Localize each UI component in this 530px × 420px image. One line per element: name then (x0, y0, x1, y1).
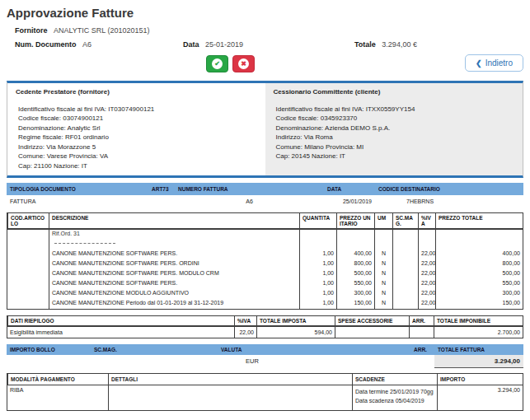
x-circle-icon: ✖ (238, 58, 249, 69)
item-cod-articolo (7, 269, 49, 279)
item-quantita: 1,00 (299, 299, 336, 309)
doc-total-group: Totale 3.294,00 € (354, 40, 417, 49)
item-prezzo-totale: 150,00 (435, 299, 523, 309)
line-item-row: CANONE MANUTENZIONE Periodo dal 01-01-20… (7, 299, 523, 309)
riepilogo-header-cell: %IVA (234, 316, 256, 327)
empty-cell (392, 230, 418, 240)
seller-panel-title: Cedente Prestatore (fornitore) (16, 87, 257, 97)
document-info-header: TIPOLOGIA DOCUMENTOART73NUMERO FATTURADA… (7, 183, 523, 195)
riepilogo-header-cell: TOTALE IMPONIBILE (434, 316, 523, 327)
line-items-table: COD.ARTICOLODESCRIZIONEQUANTITAPREZZO UN… (7, 212, 523, 310)
item-prezzo-unitario: 500,00 (336, 269, 374, 279)
bollo-importo (7, 355, 91, 368)
line-items-header-cell: UM (374, 213, 392, 230)
doc-number-group: Num. Documento A6 (15, 40, 91, 49)
item-scmag (392, 259, 418, 269)
scadenza-data: Data scadenza 05/04/2019 (355, 396, 434, 405)
doc-numero-value: A6 (175, 195, 324, 208)
doc-date-group: Data 25-01-2019 (183, 40, 243, 49)
document-info-row: FATTURA A6 25/01/2019 7HEBRNS (7, 195, 523, 208)
pagamento-header-cell: SCADENZE (352, 374, 437, 385)
totale-fattura-value: 3.294,00 (434, 355, 523, 368)
item-quantita: 1,00 (299, 279, 336, 289)
pagamento-importo: 3.294,00 (437, 385, 523, 410)
empty-cell (299, 230, 336, 240)
empty-cell (418, 240, 435, 250)
empty-cell (374, 230, 392, 240)
action-row: ✔ ✖ ❮Indietro (7, 54, 523, 75)
item-scmag (392, 299, 418, 309)
item-descrizione: CANONE MANUTENZIONE SOFTWARE PERS. (49, 279, 299, 289)
item-descrizione: CANONE MANUTENZIONE MODULO AGGIUNTIVO (49, 289, 299, 299)
item-prezzo-unitario: 400,00 (336, 250, 374, 259)
doc-date-label: Data (183, 40, 199, 49)
seller-detail-line: Indirizzo: Via Morazzone 5 (16, 142, 257, 152)
bollo-table: IMPORTO BOLLOSC.MAG.VALUTAARR.TOTALE FAT… (7, 344, 523, 368)
document-info-table: TIPOLOGIA DOCUMENTOART73NUMERO FATTURADA… (7, 183, 523, 208)
item-quantita: 1,00 (299, 289, 336, 299)
bollo-header-cell: TOTALE FATTURA (434, 344, 523, 355)
item-um: N (374, 279, 392, 289)
item-prezzo-totale: 550,00 (435, 279, 523, 289)
pagamento-row: RIBA Data termine 25/01/2019 70gg Data s… (7, 385, 523, 410)
empty-cell (299, 240, 336, 250)
buyer-detail-line: Indirizzo: Via Roma (274, 133, 515, 142)
item-iva: 22,00 (418, 259, 435, 269)
buyer-lines: Identificativo fiscale ai fini IVA: ITXX… (274, 105, 515, 161)
back-button-top[interactable]: ❮Indietro (465, 54, 523, 72)
document-info-header-cell: DATA (324, 183, 375, 195)
item-cod-articolo (7, 259, 49, 269)
seller-detail-line: Cap: 21100 Nazione: IT (16, 161, 257, 171)
pagamento-table: MODALITÀ PAGAMENTODETTAGLISCADENZEIMPORT… (7, 373, 523, 411)
item-um: N (374, 259, 392, 269)
item-iva: 22,00 (418, 299, 435, 309)
bollo-row: EUR 3.294,00 (7, 355, 523, 368)
buyer-detail-line: Denominazione: Azienda DEMO S.p.A. (274, 124, 515, 133)
riepilogo-header: DATI RIEPILOGO%IVATOTALE IMPOSTASPESE AC… (7, 316, 523, 327)
line-item-row: CANONE MANUTENZIONE SOFTWARE PERS. ORDIN… (7, 259, 523, 269)
riepilogo-header-cell: TOTALE IMPOSTA (256, 316, 335, 327)
pagamento-dettagli (108, 385, 352, 410)
approve-button[interactable]: ✔ (206, 55, 228, 72)
riepilogo-header-cell: SPESE ACCESSORIE (335, 316, 409, 327)
document-info-header-cell: ART73 (148, 183, 175, 195)
supplier-row: Fornitore ANALYTIC SRL (201020151) (7, 26, 523, 38)
empty-cell (435, 230, 523, 240)
back-button-label: Indietro (485, 58, 513, 68)
bollo-header: IMPORTO BOLLOSC.MAG.VALUTAARR.TOTALE FAT… (7, 344, 523, 355)
bollo-header-cell: SC.MAG. (91, 344, 218, 355)
item-iva: 22,00 (418, 279, 435, 289)
order-ref-note: Rif.Ord. 31 (49, 230, 299, 240)
seller-detail-line: Codice fiscale: 03074900121 (16, 114, 257, 124)
riepilogo-header-cell: ARR. (409, 316, 434, 327)
item-descrizione: CANONE MANUTENZIONE SOFTWARE PERS. ORDIN… (49, 259, 299, 269)
riepilogo-table: DATI RIEPILOGO%IVATOTALE IMPOSTASPESE AC… (7, 315, 523, 338)
doc-art73-value (148, 195, 175, 208)
document-info-header-cell: CODICE DESTINATARIO (375, 183, 523, 195)
buyer-panel: Cessionario Committente (cliente) Identi… (265, 83, 523, 175)
empty-cell (392, 240, 418, 250)
pagamento-header-cell: MODALITÀ PAGAMENTO (7, 374, 108, 385)
line-items-header-cell: PREZZO UNITARIO (336, 213, 374, 230)
item-scmag (392, 269, 418, 279)
doc-number-label: Num. Documento (15, 40, 77, 49)
item-iva: 22,00 (418, 269, 435, 279)
buyer-detail-line: Cap: 20145 Nazione: IT (274, 152, 515, 161)
doc-tipologia-value: FATTURA (7, 195, 148, 208)
scadenza-termine: Data termine 25/01/2019 70gg (355, 387, 434, 396)
line-item-row: CANONE MANUTENZIONE SOFTWARE PERS. MODUL… (7, 269, 523, 279)
item-prezzo-unitario: 550,00 (336, 279, 374, 289)
bollo-scmag (91, 355, 218, 368)
empty-cell (435, 240, 523, 250)
item-descrizione: CANONE MANUTENZIONE SOFTWARE PERS. MODUL… (49, 269, 299, 279)
item-quantita: 1,00 (299, 250, 336, 259)
seller-detail-line: Comune: Varese Provincia: VA (16, 152, 257, 161)
seller-detail-line: Identificativo fiscale ai fini IVA: IT03… (16, 105, 257, 114)
line-items-header: COD.ARTICOLODESCRIZIONEQUANTITAPREZZO UN… (7, 213, 523, 230)
pagamento-header-cell: IMPORTO (437, 374, 523, 385)
seller-detail-line: Regime fiscale: RF01 ordinario (16, 133, 257, 142)
reject-button[interactable]: ✖ (232, 55, 255, 72)
line-items-header-cell: COD.ARTICOLO (7, 213, 49, 230)
supplier-group: Fornitore ANALYTIC SRL (201020151) (15, 26, 150, 35)
item-iva: 22,00 (418, 250, 435, 259)
